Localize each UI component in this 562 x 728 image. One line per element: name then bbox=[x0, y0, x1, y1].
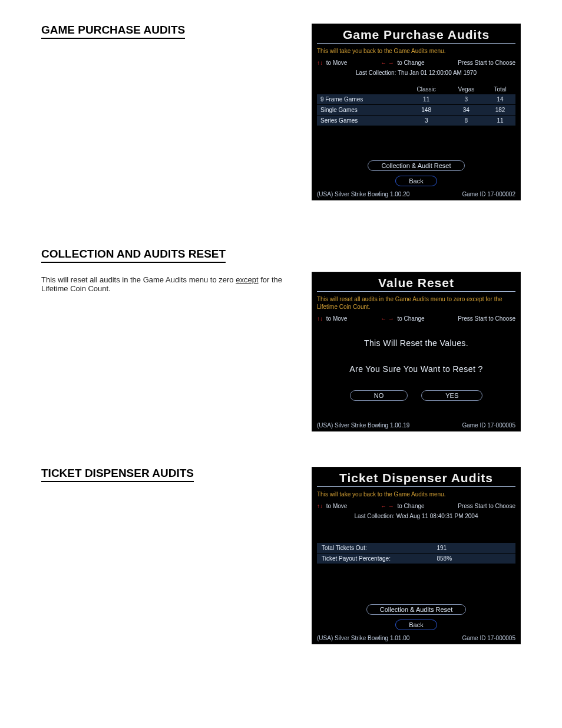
screen-game-purchase-audits: Game Purchase Audits This will take you … bbox=[312, 24, 521, 200]
help-text: This will take you back to the Game Audi… bbox=[317, 47, 515, 55]
controls-hint: ↑↓ to Move ← → to Change Press Start to … bbox=[317, 60, 515, 66]
controls-hint: ↑↓ to Move ← → to Change Press Start to … bbox=[317, 315, 515, 322]
controls-hint: ↑↓ to Move ← → to Change Press Start to … bbox=[317, 503, 515, 509]
leftright-icon: ← → bbox=[381, 60, 394, 66]
section-heading-ticket: TICKET DISPENSER AUDITS bbox=[41, 467, 194, 482]
last-collection: Last Collection: Wed Aug 11 08:40:31 PM … bbox=[317, 513, 515, 519]
last-collection: Last Collection: Thu Jan 01 12:00:00 AM … bbox=[317, 70, 515, 76]
leftright-icon: ← → bbox=[381, 503, 394, 509]
reset-button[interactable]: Collection & Audit Reset bbox=[368, 160, 464, 171]
no-button[interactable]: NO bbox=[350, 390, 408, 401]
screen-title: Ticket Dispenser Audits bbox=[317, 471, 515, 487]
yes-button[interactable]: YES bbox=[421, 390, 482, 401]
reset-message-1: This Will Reset the Values. bbox=[322, 338, 511, 348]
updown-icon: ↑↓ bbox=[317, 60, 323, 66]
table-row: Series Games3811 bbox=[317, 116, 515, 126]
screen-title: Game Purchase Audits bbox=[317, 28, 515, 44]
updown-icon: ↑↓ bbox=[317, 315, 323, 322]
table-row: 9 Frame Games11314 bbox=[317, 94, 515, 105]
help-text: This will reset all audits in the Game A… bbox=[317, 295, 515, 311]
updown-icon: ↑↓ bbox=[317, 503, 323, 509]
help-text: This will take you back to the Game Audi… bbox=[317, 490, 515, 498]
purchase-table: Classic Vegas Total 9 Frame Games11314 S… bbox=[317, 84, 515, 126]
section-heading-purchase: GAME PURCHASE AUDITS bbox=[41, 24, 185, 39]
footer: (USA) Silver Strike Bowling 1.00.19 Game… bbox=[317, 422, 515, 429]
table-row: Ticket Payout Percentage:858% bbox=[317, 554, 515, 564]
reset-message-2: Are You Sure You Want to Reset ? bbox=[322, 364, 511, 374]
footer: (USA) Silver Strike Bowling 1.01.00 Game… bbox=[317, 635, 515, 641]
screen-ticket-dispenser-audits: Ticket Dispenser Audits This will take y… bbox=[312, 467, 521, 644]
screen-title: Value Reset bbox=[317, 276, 515, 292]
table-row: Total Tickets Out:191 bbox=[317, 543, 515, 554]
back-button[interactable]: Back bbox=[395, 176, 437, 186]
section-heading-reset: COLLECTION AND AUDITS RESET bbox=[41, 248, 226, 263]
back-button[interactable]: Back bbox=[395, 620, 437, 630]
leftright-icon: ← → bbox=[381, 315, 394, 322]
screen-value-reset: Value Reset This will reset all audits i… bbox=[312, 272, 521, 431]
ticket-table: Total Tickets Out:191 Ticket Payout Perc… bbox=[317, 543, 515, 564]
table-row: Single Games14834182 bbox=[317, 105, 515, 116]
reset-button[interactable]: Collection & Audits Reset bbox=[366, 604, 467, 615]
footer: (USA) Silver Strike Bowling 1.00.20 Game… bbox=[317, 191, 515, 197]
